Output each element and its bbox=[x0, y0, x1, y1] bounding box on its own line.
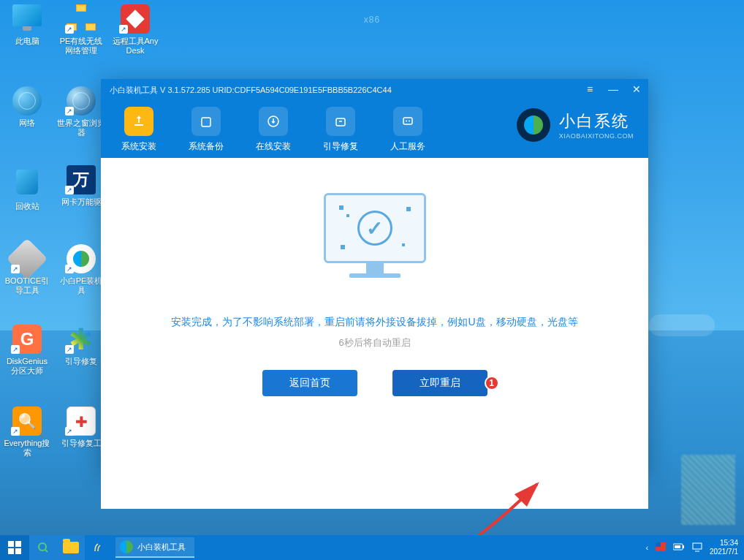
desktop-icon-everything[interactable]: Everything搜索 bbox=[3, 406, 51, 458]
desktop-icon-wan-driver[interactable]: 万 网卡万能驱 bbox=[57, 165, 105, 207]
svg-rect-8 bbox=[656, 542, 661, 547]
tray-battery-icon[interactable] bbox=[673, 543, 685, 552]
desktop-icon-boot-repair[interactable]: 引导修复 bbox=[57, 325, 105, 366]
taskbar: 小白装机工具 ‹ 15:34 2021/7/1 bbox=[0, 535, 744, 560]
toolbar: 系统安装 系统备份 在线安装 引导修复 人工服务 bbox=[108, 101, 439, 154]
desktop-icon-world-window[interactable]: 世界之窗浏览器 bbox=[57, 86, 105, 137]
svg-point-6 bbox=[39, 543, 46, 550]
svg-point-4 bbox=[406, 121, 407, 122]
svg-rect-11 bbox=[675, 545, 680, 548]
svg-rect-0 bbox=[202, 118, 210, 126]
desktop-icon-this-pc[interactable]: 此电脑 bbox=[3, 4, 51, 46]
desktop-icon-diskgenius[interactable]: G DiskGenius分区大师 bbox=[3, 325, 51, 376]
close-button[interactable]: ✕ bbox=[631, 83, 642, 95]
tray-chevron-icon[interactable]: ‹ bbox=[645, 543, 648, 552]
desktop-icon-network[interactable]: 网络 bbox=[3, 86, 51, 128]
content-area: 安装完成，为了不影响系统部署，重启前请将外接设备拔掉，例如U盘，移动硬盘，光盘等… bbox=[101, 193, 648, 509]
install-icon bbox=[124, 107, 153, 136]
tray-flag-icon[interactable] bbox=[656, 542, 666, 553]
check-icon bbox=[357, 211, 392, 246]
taskbar-search-icon[interactable] bbox=[29, 535, 57, 560]
taskbar-app-xiaobai[interactable]: 小白装机工具 bbox=[115, 537, 194, 558]
tab-boot-repair[interactable]: 引导修复 bbox=[310, 101, 371, 154]
back-home-button[interactable]: 返回首页 bbox=[262, 370, 357, 396]
svg-point-5 bbox=[409, 121, 410, 122]
menu-button[interactable]: ≡ bbox=[584, 83, 596, 95]
brand-name: 小白系统 bbox=[559, 110, 634, 132]
backup-icon bbox=[191, 107, 221, 136]
desktop-icon-bootice[interactable]: BOOTICE引导工具 bbox=[3, 244, 51, 295]
svg-rect-2 bbox=[336, 118, 345, 126]
taskbar-explorer-icon[interactable] bbox=[57, 535, 85, 560]
success-illustration bbox=[320, 193, 430, 278]
start-button[interactable] bbox=[0, 535, 29, 560]
repair-icon bbox=[326, 107, 355, 136]
desktop-icon-anydesk[interactable]: 远程工具AnyDesk bbox=[111, 4, 159, 56]
svg-rect-12 bbox=[693, 543, 702, 549]
svg-rect-3 bbox=[403, 118, 412, 124]
success-message: 安装完成，为了不影响系统部署，重启前请将外接设备拔掉，例如U盘，移动硬盘，光盘等 bbox=[101, 314, 648, 329]
titlebar: 小白装机工具 V 3.1.572.285 URID:CDFF5A594C09E1… bbox=[101, 79, 648, 158]
brand-url: XIAOBAIXITONG.COM bbox=[559, 132, 634, 140]
download-icon bbox=[259, 107, 288, 136]
brand-logo-icon bbox=[517, 108, 550, 142]
taskbar-wifi-icon[interactable] bbox=[85, 535, 113, 560]
tray-clock[interactable]: 15:34 2021/7/1 bbox=[710, 539, 738, 556]
desktop-icon-pe-net[interactable]: PE有线无线网络管理 bbox=[57, 4, 105, 56]
countdown-message: 6秒后将自动重启 bbox=[101, 336, 648, 349]
system-tray: ‹ 15:34 2021/7/1 bbox=[645, 539, 744, 556]
desktop-icon-boot-repair-tool[interactable]: 引导修复工 bbox=[57, 406, 105, 448]
window-title: 小白装机工具 V 3.1.572.285 URID:CDFF5A594C09E1… bbox=[110, 85, 392, 96]
tab-support[interactable]: 人工服务 bbox=[377, 101, 439, 154]
tab-system-install[interactable]: 系统安装 bbox=[108, 101, 170, 154]
qr-overlay bbox=[681, 455, 735, 525]
restart-now-button[interactable]: 立即重启 1 bbox=[392, 370, 487, 396]
svg-rect-10 bbox=[683, 545, 684, 548]
tab-system-backup[interactable]: 系统备份 bbox=[175, 101, 237, 154]
desktop-icon-recycle-bin[interactable]: 回收站 bbox=[3, 165, 51, 211]
tab-online-install[interactable]: 在线安装 bbox=[243, 101, 304, 154]
minimize-button[interactable]: — bbox=[607, 83, 619, 95]
annotation-badge: 1 bbox=[485, 376, 499, 390]
chat-icon bbox=[393, 107, 422, 136]
tray-network-icon[interactable] bbox=[692, 542, 702, 553]
brand: 小白系统 XIAOBAIXITONG.COM bbox=[517, 108, 634, 142]
desktop-icon-xiaobai-pe[interactable]: 小白PE装机具 bbox=[57, 244, 105, 295]
app-icon bbox=[120, 540, 133, 553]
app-window: 小白装机工具 V 3.1.572.285 URID:CDFF5A594C09E1… bbox=[101, 79, 648, 474]
